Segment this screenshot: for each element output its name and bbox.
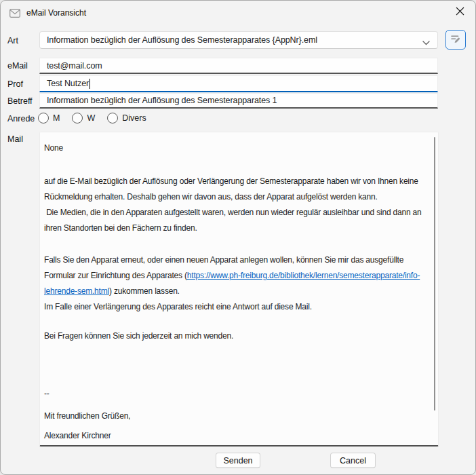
chevron-down-icon <box>422 38 430 48</box>
edit-note-icon <box>450 33 461 46</box>
text-caret <box>90 79 90 89</box>
radio-anrede-w[interactable]: W <box>72 113 95 124</box>
art-combobox[interactable]: Information bezüglich der Auflösung des … <box>39 31 438 49</box>
prof-input[interactable]: Test Nutzer <box>39 75 438 92</box>
mail-label: Mail <box>7 134 23 144</box>
mail-paragraph: Alexander Kirchner <box>44 428 431 444</box>
anrede-label: Anrede <box>7 114 35 124</box>
close-button[interactable] <box>444 1 475 24</box>
anrede-radio-group: M W Divers <box>38 111 159 126</box>
email-preview-dialog: eMail Voransicht Art Information bezügli… <box>0 0 476 475</box>
prof-value: Test Nutzer <box>47 79 89 88</box>
mail-paragraph: Die Medien, die in den Apparaten aufgest… <box>44 205 431 236</box>
email-input[interactable]: test@mail.com <box>39 58 438 74</box>
radio-label-divers: Divers <box>122 113 146 123</box>
mail-paragraph: auf die E-Mail bezüglich der Auflösung o… <box>44 174 431 205</box>
radio-circle-icon <box>72 113 83 124</box>
send-button[interactable]: Senden <box>216 453 260 468</box>
art-combobox-value: Information bezüglich der Auflösung des … <box>47 35 317 45</box>
mail-paragraph-text: ) zukommen lassen. <box>109 286 180 296</box>
email-value: test@mail.com <box>47 61 102 71</box>
radio-label-m: M <box>53 113 60 123</box>
window-title: eMail Voransicht <box>26 8 86 18</box>
radio-circle-icon <box>107 113 118 124</box>
mail-paragraph: Mit freundlichen Grüßen, <box>44 408 431 424</box>
mail-paragraph: -- <box>44 386 431 402</box>
close-icon <box>456 7 464 18</box>
edit-template-button[interactable] <box>445 30 466 50</box>
envelope-icon <box>9 9 20 18</box>
mail-paragraph: Bei Fragen können Sie sich jederzeit an … <box>44 328 431 344</box>
radio-anrede-m[interactable]: M <box>38 113 60 124</box>
titlebar: eMail Voransicht <box>1 1 475 25</box>
mail-body-textbox[interactable]: Noneauf die E-Mail bezüglich der Auflösu… <box>39 132 439 446</box>
mail-scrollbar[interactable] <box>434 137 435 411</box>
radio-anrede-divers[interactable]: Divers <box>107 113 146 124</box>
mail-content: Noneauf die E-Mail bezüglich der Auflösu… <box>40 132 438 444</box>
betreff-label: Betreff <box>7 96 33 106</box>
mail-paragraph: Falls Sie den Apparat erneut, oder einen… <box>44 252 431 299</box>
radio-circle-icon <box>38 113 49 124</box>
mail-paragraph: None <box>44 140 431 156</box>
email-label: eMail <box>7 61 28 71</box>
betreff-value: Information bezüglich der Auflösung des … <box>47 96 277 105</box>
radio-label-w: W <box>87 113 95 123</box>
prof-label: Prof <box>7 79 23 89</box>
cancel-button[interactable]: Cancel <box>330 453 376 468</box>
betreff-input[interactable]: Information bezüglich der Auflösung des … <box>39 93 438 109</box>
art-label: Art <box>7 36 18 45</box>
mail-paragraph: Im Falle einer Verlängerung des Apparate… <box>44 299 431 315</box>
